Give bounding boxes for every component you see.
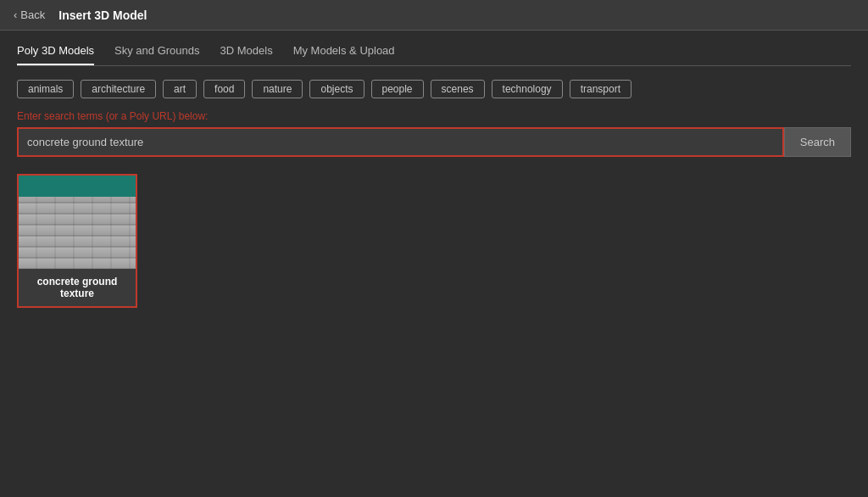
category-objects[interactable]: objects — [309, 80, 364, 98]
search-bar: Search — [17, 127, 851, 157]
page-title: Insert 3D Model — [58, 8, 147, 22]
category-pills: animals architecture art food nature obj… — [17, 80, 851, 98]
search-instruction: Enter search terms (or a Poly URL) below… — [17, 110, 851, 122]
result-thumbnail — [19, 176, 136, 269]
back-label: Back — [20, 8, 45, 21]
category-food[interactable]: food — [203, 80, 245, 98]
tab-3d-models[interactable]: 3D Models — [220, 44, 273, 65]
category-people[interactable]: people — [371, 80, 424, 98]
category-animals[interactable]: animals — [17, 80, 74, 98]
tab-poly-3d-models[interactable]: Poly 3D Models — [17, 44, 94, 65]
back-arrow-icon: ‹ — [14, 8, 17, 21]
search-input[interactable] — [19, 129, 782, 155]
main-content: Poly 3D Models Sky and Grounds 3D Models… — [0, 31, 868, 321]
category-technology[interactable]: technology — [492, 80, 563, 98]
search-button[interactable]: Search — [784, 127, 851, 157]
tab-sky-and-grounds[interactable]: Sky and Grounds — [114, 44, 199, 65]
result-label: concrete ground texture — [19, 269, 136, 306]
search-input-wrapper — [17, 127, 784, 157]
category-art[interactable]: art — [163, 80, 197, 98]
result-item[interactable]: concrete ground texture — [17, 174, 137, 308]
category-transport[interactable]: transport — [570, 80, 632, 98]
top-bar: ‹ Back Insert 3D Model — [0, 0, 868, 31]
tab-bar: Poly 3D Models Sky and Grounds 3D Models… — [17, 44, 851, 66]
tab-my-models-upload[interactable]: My Models & Upload — [293, 44, 395, 65]
results-grid: concrete ground texture — [17, 174, 851, 308]
back-button[interactable]: ‹ Back — [14, 8, 45, 21]
category-architecture[interactable]: architecture — [81, 80, 156, 98]
category-nature[interactable]: nature — [252, 80, 303, 98]
category-scenes[interactable]: scenes — [431, 80, 485, 98]
concrete-texture-visual — [19, 197, 136, 269]
